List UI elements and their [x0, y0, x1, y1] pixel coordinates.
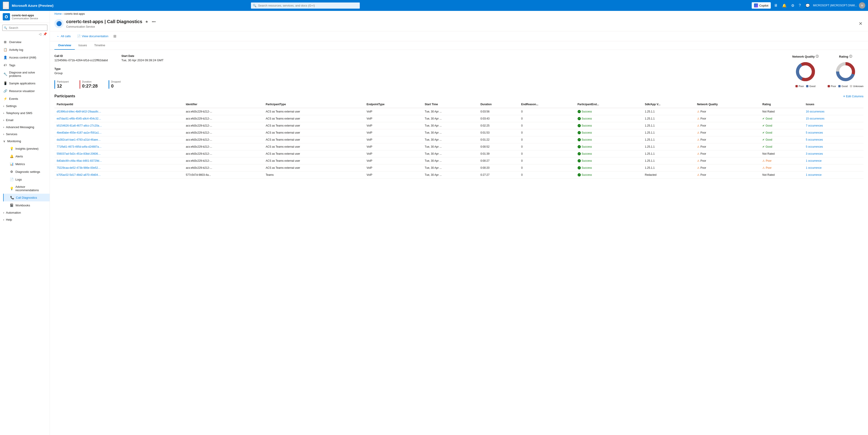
cell-issues[interactable]: 1 occurrence	[804, 157, 864, 165]
call-id-value: 1234566c-071b-4264-bf1d-cc22ff82dabd	[54, 59, 108, 62]
edit-columns-button[interactable]: ≡ Edit Columns	[843, 94, 864, 98]
rating-good-label: Good	[841, 85, 847, 88]
topbar-right: Copilot 🖥 🔔 ⚙ ? 💬 MICROSOFT (MICROSOFT.O…	[752, 2, 865, 9]
sidebar-item-monitoring[interactable]: ∨ Monitoring	[0, 138, 50, 145]
sidebar-item-email[interactable]: › Email	[0, 117, 50, 124]
cell-participant-id[interactable]: 556037ad-5d2c-451e-83bd-20606c63b3f1	[54, 150, 184, 157]
sidebar-item-overview[interactable]: ⊞ Overview	[0, 38, 50, 46]
cell-sdk-app: 1.25.1.1	[643, 136, 695, 143]
sidebar-item-label: Services	[6, 133, 17, 136]
cell-participant-id[interactable]: 75229caa-de52-473b-986e-00e520308f8	[54, 165, 184, 171]
notifications-button[interactable]: 🖥	[773, 2, 779, 8]
cell-endpoint-type: VoIP	[364, 122, 423, 129]
share-button[interactable]: ⊞	[113, 33, 117, 39]
all-calls-button[interactable]: ← All calls	[54, 33, 73, 39]
network-quality-donut	[794, 60, 817, 83]
cell-issues[interactable]: 7 occurrences	[804, 122, 864, 129]
view-documentation-button[interactable]: 📄 View documentation	[75, 33, 111, 39]
sidebar-search-pin-btn[interactable]: 📌	[42, 32, 48, 36]
cell-issues[interactable]: 1 occurrence	[804, 165, 864, 171]
copilot-button[interactable]: Copilot	[752, 2, 771, 9]
cell-endpoint-type: VoIP	[364, 108, 423, 115]
feedback-button[interactable]: 💬	[804, 2, 811, 9]
chevron-right-icon: ›	[3, 133, 4, 136]
account-label[interactable]: MICROSOFT (MICROSOFT.ONMI...	[813, 4, 857, 7]
sidebar-item-tags[interactable]: 🏷 Tags	[0, 61, 50, 69]
sidebar-item-label: Monitoring	[7, 140, 21, 143]
cell-participant-id[interactable]: da382ca4-bae1-4783-a31d-46aee89f718c	[54, 136, 184, 143]
info-icon-2: ⓘ	[849, 54, 852, 59]
cell-issues[interactable]: 5 occurrences	[804, 136, 864, 143]
sidebar-item-telephony[interactable]: › Telephony and SMS	[0, 110, 50, 117]
start-date-label: Start Date	[121, 54, 163, 58]
cell-participant-id[interactable]: 8d0abc89-c48a-46ac-b901-83729db132c	[54, 157, 184, 165]
diagnostic-settings-icon: ⚙	[9, 170, 13, 174]
sidebar-item-diagnose[interactable]: 🔧 Diagnose and solve problems	[0, 69, 50, 79]
favorite-button[interactable]: ★	[144, 19, 149, 25]
cell-participant-id[interactable]: b705ac02-5d17-48d2-a870-49d04ea3f67	[54, 171, 184, 178]
sidebar-item-logs[interactable]: 📄 Logs	[3, 176, 50, 183]
tab-issues[interactable]: Issues	[75, 41, 91, 50]
sidebar-search-input[interactable]	[2, 25, 48, 31]
global-search-input[interactable]	[251, 2, 360, 9]
sidebar-item-services[interactable]: › Services	[0, 130, 50, 138]
cell-participant-id[interactable]: 4bed0abe-455e-4187-aa1e-f591a152f16c	[54, 129, 184, 136]
settings-button[interactable]: ⚙	[790, 2, 796, 9]
sidebar-item-call-diagnostics[interactable]: 📞 Call Diagnostics	[3, 194, 50, 201]
cell-participant-end: ✓ Success	[575, 136, 643, 143]
sidebar-item-automation[interactable]: › Automation	[0, 209, 50, 216]
sidebar-item-access-control[interactable]: 👤 Access control (IAM)	[0, 54, 50, 61]
sidebar-item-help[interactable]: › Help	[0, 216, 50, 223]
rating-title: Rating ⓘ	[839, 54, 852, 59]
sidebar-item-diagnostic-settings[interactable]: ⚙ Diagnostic settings	[3, 168, 50, 176]
sidebar-item-insights[interactable]: 💡 Insights (preview)	[3, 145, 50, 152]
duration-label: Duration	[82, 80, 98, 83]
cell-issues[interactable]: 3 occurrences	[804, 150, 864, 157]
cell-participant-id[interactable]: df1996cd-b9ec-4b6f-b61f-29aaa9c8cd95	[54, 108, 184, 115]
cell-participant-id[interactable]: 771ffa61-4673-495d-a4fa-d24887acd959	[54, 143, 184, 150]
sidebar-search-collapse-btn[interactable]: ◁	[38, 32, 42, 36]
resource-name: corertc-test-apps	[12, 14, 47, 17]
tab-overview[interactable]: Overview	[54, 41, 75, 50]
cell-issues[interactable]: 5 occurrences	[804, 129, 864, 136]
hamburger-menu-button[interactable]: ☰	[3, 2, 9, 9]
tab-timeline[interactable]: Timeline	[90, 41, 109, 50]
col-participant-id: ParticipantId	[54, 101, 184, 108]
sidebar-item-sample-apps[interactable]: 📱 Sample applications	[0, 79, 50, 87]
sidebar-item-alerts[interactable]: 🔔 Alerts	[3, 152, 50, 160]
sidebar-item-metrics[interactable]: 📊 Metrics	[3, 160, 50, 168]
success-icon: ✓	[578, 152, 581, 155]
cell-endpoint-type: VoIP	[364, 129, 423, 136]
cell-network-quality: ⚠ Poor	[695, 143, 760, 150]
sidebar-item-advisor[interactable]: 💡 Advisor recommendations	[3, 183, 50, 194]
cell-issues[interactable]: 16 occurrences	[804, 108, 864, 115]
sidebar-item-activity-log[interactable]: 📋 Activity log	[0, 46, 50, 54]
insights-icon: 💡	[9, 146, 13, 151]
notifications-bell-button[interactable]: 🔔	[781, 2, 788, 9]
breadcrumb-resource[interactable]: corertc-test-apps	[64, 12, 85, 16]
breadcrumb-separator: ›	[63, 12, 63, 16]
col-identifier: Identifier	[184, 101, 264, 108]
cell-participant-id[interactable]: b5154626-81a6-4677-a6cc-27c20abd4b3	[54, 122, 184, 129]
cell-duration: 0:03:56	[478, 108, 519, 115]
more-actions-button[interactable]: •••	[151, 19, 157, 25]
sidebar-item-label: Email	[6, 118, 13, 122]
sidebar-item-workbooks[interactable]: 📓 Workbooks	[3, 201, 50, 209]
sidebar-item-events[interactable]: ⚡ Events	[0, 95, 50, 103]
cell-identifier: acs:efd3c229-b212-...	[184, 115, 264, 122]
cell-endpoint-type: VoIP	[364, 150, 423, 157]
cell-issues[interactable]: 1 occurrence	[804, 171, 864, 178]
cell-start-time: Tue, 30 Apr ...	[423, 165, 478, 171]
close-button[interactable]: ✕	[858, 20, 864, 27]
breadcrumb-home[interactable]: Home	[54, 12, 62, 16]
sidebar-item-settings[interactable]: › Settings	[0, 103, 50, 110]
cell-issues[interactable]: 5 occurrences	[804, 143, 864, 150]
sidebar-item-resource-visualizer[interactable]: 🔗 Resource visualizer	[0, 87, 50, 95]
sidebar-item-advanced-messaging[interactable]: › Advanced Messaging	[0, 124, 50, 130]
help-button[interactable]: ?	[798, 2, 802, 8]
diagnose-icon: 🔧	[3, 72, 7, 76]
cell-issues[interactable]: 15 occurrences	[804, 115, 864, 122]
cell-participant-id[interactable]: ed7dac61-ef6b-4545-a9c4-454c32cd5e3a	[54, 115, 184, 122]
col-network-quality: Network Quality	[695, 101, 760, 108]
avatar[interactable]: M	[859, 2, 865, 9]
